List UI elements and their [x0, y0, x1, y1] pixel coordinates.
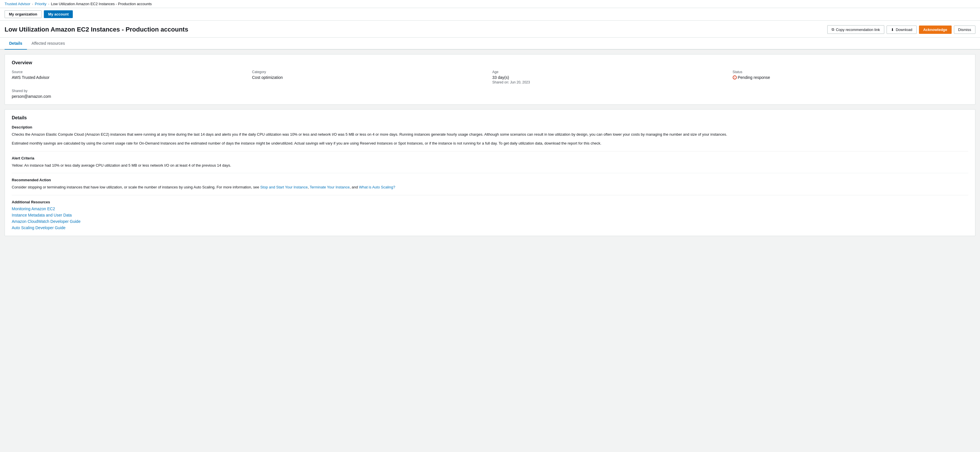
- tab-details[interactable]: Details: [5, 38, 27, 50]
- action-label: Recommended Action: [12, 178, 968, 182]
- shared-by-value: person@amazon.com: [12, 94, 250, 99]
- copy-icon: ⧉: [832, 27, 834, 32]
- action-text: Consider stopping or terminating instanc…: [12, 184, 968, 190]
- main-content: Overview Source AWS Trusted Advisor Cate…: [0, 50, 980, 245]
- overview-row2: Shared by person@amazon.com: [12, 89, 968, 99]
- age-label: Age: [492, 70, 728, 74]
- age-item: Age 33 day(s) Shared on: Jun 20, 2023: [492, 70, 728, 84]
- additional-link-0[interactable]: Monitoring Amazon EC2: [12, 206, 968, 211]
- my-account-button[interactable]: My account: [44, 10, 73, 18]
- breadcrumb-sep-1: ›: [32, 2, 33, 6]
- tabs: Details Affected resources: [0, 38, 980, 50]
- status-icon: !: [733, 75, 737, 80]
- page-title: Low Utilization Amazon EC2 Instances - P…: [5, 26, 188, 33]
- breadcrumb-current: Low Utilization Amazon EC2 Instances - P…: [51, 2, 152, 6]
- category-item: Category Cost optimization: [252, 70, 488, 84]
- details-title: Details: [12, 115, 968, 120]
- status-value: ! Pending response: [733, 75, 969, 80]
- alert-text: Yellow: An instance had 10% or less dail…: [12, 163, 968, 169]
- age-value: 33 day(s): [492, 75, 728, 80]
- divider-2: [12, 173, 968, 173]
- status-label: Status: [733, 70, 969, 74]
- source-label: Source: [12, 70, 248, 74]
- description-text1: Checks the Amazon Elastic Compute Cloud …: [12, 132, 968, 138]
- description-text2: Estimated monthly savings are calculated…: [12, 141, 968, 147]
- overview-title: Overview: [12, 60, 968, 65]
- shared-by-label: Shared by: [12, 89, 250, 93]
- additional-link-1[interactable]: Instance Metadata and User Data: [12, 213, 968, 217]
- header-bar: My organization My account: [0, 8, 980, 21]
- shared-by-item: Shared by person@amazon.com: [12, 89, 250, 99]
- page-actions: ⧉ Copy recommendation link ⬇ Download Ac…: [827, 25, 975, 34]
- additional-links: Monitoring Amazon EC2 Instance Metadata …: [12, 206, 968, 230]
- action-link3[interactable]: What is Auto Scaling?: [359, 185, 395, 189]
- additional-link-2[interactable]: Amazon CloudWatch Developer Guide: [12, 219, 968, 224]
- additional-label: Additional Resources: [12, 200, 968, 204]
- breadcrumb-priority[interactable]: Priority: [35, 2, 46, 6]
- overview-grid: Source AWS Trusted Advisor Category Cost…: [12, 70, 968, 84]
- my-organization-button[interactable]: My organization: [5, 10, 41, 18]
- age-shared: Shared on: Jun 20, 2023: [492, 80, 728, 84]
- source-item: Source AWS Trusted Advisor: [12, 70, 248, 84]
- category-label: Category: [252, 70, 488, 74]
- tab-affected-resources[interactable]: Affected resources: [27, 38, 69, 50]
- divider-3: [12, 195, 968, 195]
- additional-link-3[interactable]: Auto Scaling Developer Guide: [12, 225, 968, 230]
- action-link1[interactable]: Stop and Start Your Instance: [260, 185, 308, 189]
- breadcrumb-trusted-advisor[interactable]: Trusted Advisor: [5, 2, 30, 6]
- category-value: Cost optimization: [252, 75, 488, 80]
- overview-card: Overview Source AWS Trusted Advisor Cate…: [5, 54, 975, 105]
- breadcrumb-sep-2: ›: [48, 2, 49, 6]
- copy-link-button[interactable]: ⧉ Copy recommendation link: [827, 25, 884, 34]
- acknowledge-button[interactable]: Acknowledge: [919, 26, 951, 34]
- download-icon: ⬇: [891, 27, 894, 32]
- details-card: Details Description Checks the Amazon El…: [5, 109, 975, 236]
- description-label: Description: [12, 125, 968, 129]
- dismiss-button[interactable]: Dismiss: [954, 26, 976, 34]
- divider-1: [12, 151, 968, 152]
- alert-label: Alert Criteria: [12, 156, 968, 160]
- page-header: Low Utilization Amazon EC2 Instances - P…: [0, 21, 980, 38]
- source-value: AWS Trusted Advisor: [12, 75, 248, 80]
- status-item: Status ! Pending response: [733, 70, 969, 84]
- breadcrumb: Trusted Advisor › Priority › Low Utiliza…: [0, 0, 980, 8]
- action-link2[interactable]: Terminate Your Instance: [310, 185, 350, 189]
- download-button[interactable]: ⬇ Download: [886, 26, 917, 34]
